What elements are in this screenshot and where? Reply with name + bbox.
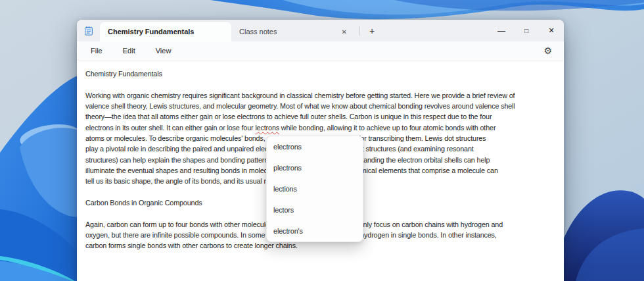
minimize-button[interactable]: —: [489, 20, 514, 41]
doc-line: Chemistry Fundamentals: [85, 68, 559, 79]
new-tab-button[interactable]: +: [364, 24, 380, 38]
menu-view[interactable]: View: [150, 44, 177, 57]
doc-line: theory—the idea that all atoms either ga…: [85, 111, 559, 122]
misspelled-word[interactable]: lectrons: [255, 124, 279, 132]
doc-line: valence shell theory, Lewis structures, …: [85, 101, 559, 111]
doc-line: Working with organic chemistry requires …: [85, 90, 559, 101]
titlebar[interactable]: Chemistry Fundamentals Class notes ✕ + —…: [77, 20, 564, 41]
menu-file[interactable]: File: [85, 44, 108, 57]
menu-edit[interactable]: Edit: [117, 44, 141, 57]
window-controls: — □ ✕: [489, 20, 564, 41]
misspell-after: while bonding, allowing it to achieve up…: [279, 124, 495, 132]
doc-line: [85, 79, 559, 89]
tab-class-notes[interactable]: Class notes ✕: [231, 22, 358, 41]
notepad-window: Chemistry Fundamentals Class notes ✕ + —…: [77, 20, 564, 281]
misspell-before: electrons in its outer shell. It can eit…: [85, 124, 255, 132]
suggestion-item[interactable]: lectors: [267, 199, 363, 220]
spellcheck-suggestions-menu: electrons plectrons lections lectors ele…: [266, 136, 363, 242]
menubar: File Edit View ⚙: [77, 41, 564, 61]
screen: Chemistry Fundamentals Class notes ✕ + —…: [0, 0, 644, 281]
maximize-button[interactable]: □: [514, 20, 539, 41]
notepad-app-icon: [77, 20, 100, 41]
settings-gear-icon[interactable]: ⚙: [540, 44, 556, 57]
tab-chemistry-fundamentals[interactable]: Chemistry Fundamentals: [100, 22, 231, 41]
suggestion-item[interactable]: electrons: [267, 136, 363, 157]
close-tab-icon[interactable]: ✕: [338, 27, 350, 37]
suggestion-item[interactable]: plectrons: [267, 157, 363, 178]
tab-label: Chemistry Fundamentals: [108, 28, 194, 36]
doc-line-misspelled: electrons in its outer shell. It can eit…: [85, 122, 559, 133]
tab-label: Class notes: [239, 28, 277, 36]
suggestion-item[interactable]: lections: [267, 178, 363, 199]
close-button[interactable]: ✕: [539, 20, 564, 41]
suggestion-item[interactable]: electron's: [267, 220, 363, 242]
tab-divider: [359, 26, 360, 36]
